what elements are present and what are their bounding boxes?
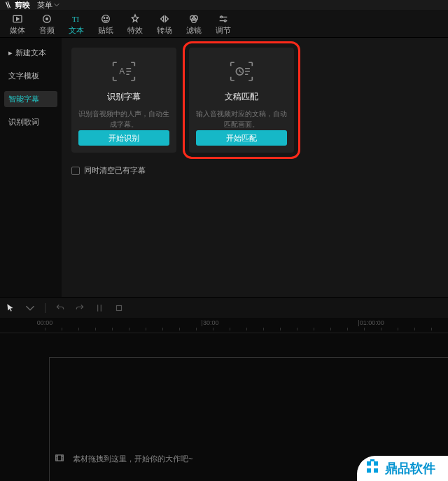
card-desc: 识别音视频中的人声，自动生成字幕。 <box>78 109 169 130</box>
watermark-icon <box>364 459 381 479</box>
sticker-icon <box>100 13 111 25</box>
split-button[interactable] <box>94 303 104 313</box>
match-script-icon <box>230 59 253 84</box>
checkbox-icon <box>71 167 80 175</box>
start-recognize-button[interactable]: 开始识别 <box>78 130 169 146</box>
svg-text:TI: TI <box>72 15 80 23</box>
menu-dropdown[interactable]: 菜单 <box>37 0 59 11</box>
tab-audio[interactable]: 音频 <box>32 11 62 36</box>
effects-icon <box>130 13 141 25</box>
filter-icon <box>188 13 200 25</box>
sidebar: ▸ 新建文本 文字模板 智能字幕 识别歌词 <box>0 38 62 297</box>
svg-rect-16 <box>367 461 371 466</box>
ruler-tick: |30:00 <box>202 319 219 326</box>
tab-filter[interactable]: 滤镜 <box>179 11 209 36</box>
undo-button[interactable] <box>55 303 65 313</box>
cards-row: A 识别字幕 识别音视频中的人声，自动生成字幕。 开始识别 文稿匹配 <box>71 48 438 153</box>
app-logo: 剪映 <box>4 0 30 11</box>
tab-adjust[interactable]: 调节 <box>209 11 238 36</box>
svg-point-5 <box>104 18 104 18</box>
placeholder-text: 素材拖拽到这里，开始你的大作吧~ <box>73 454 192 464</box>
menu-label: 菜单 <box>37 0 52 11</box>
watermark-text: 鼎品软件 <box>385 460 435 477</box>
svg-rect-15 <box>56 455 64 461</box>
pointer-dropdown[interactable] <box>25 303 35 313</box>
card-title: 识别字幕 <box>107 91 141 103</box>
sidebar-label: 文字模板 <box>8 71 39 81</box>
film-icon <box>55 453 64 464</box>
clear-subtitles-checkbox[interactable]: 同时清空已有字幕 <box>71 165 438 176</box>
app-name: 剪映 <box>15 0 30 11</box>
svg-rect-18 <box>367 468 371 473</box>
svg-rect-14 <box>117 305 122 310</box>
svg-point-10 <box>220 16 223 18</box>
tab-media[interactable]: 媒体 <box>3 11 32 36</box>
svg-point-11 <box>224 20 226 22</box>
caret-right-icon: ▸ <box>8 48 13 57</box>
delete-button[interactable] <box>114 303 124 313</box>
main-toolbar: 媒体 音频 TI 文本 贴纸 特效 转场 滤镜 调节 <box>0 10 448 38</box>
svg-rect-19 <box>374 468 378 473</box>
start-match-button[interactable]: 开始匹配 <box>196 130 287 146</box>
tab-label: 调节 <box>209 25 238 36</box>
chevron-down-icon <box>54 2 59 8</box>
watermark: 鼎品软件 <box>357 456 448 481</box>
tab-label: 滤镜 <box>179 25 209 36</box>
media-icon <box>12 13 23 25</box>
card-match: 文稿匹配 输入音视频对应的文稿，自动匹配画面。 开始匹配 <box>189 48 294 153</box>
content-area: A 识别字幕 识别音视频中的人声，自动生成字幕。 开始识别 文稿匹配 <box>62 38 448 297</box>
svg-text:A: A <box>119 67 125 76</box>
tab-label: 贴纸 <box>91 25 120 36</box>
main-panel: ▸ 新建文本 文字模板 智能字幕 识别歌词 A 识别字幕 <box>0 38 448 297</box>
tab-label: 文本 <box>62 25 91 36</box>
separator <box>45 303 46 313</box>
transition-icon <box>159 13 170 25</box>
sidebar-item-text-template[interactable]: 文字模板 <box>4 68 57 84</box>
audio-icon <box>41 13 52 25</box>
sidebar-item-lyrics[interactable]: 识别歌词 <box>4 114 57 130</box>
svg-rect-20 <box>370 459 374 461</box>
card-recognize: A 识别字幕 识别音视频中的人声，自动生成字幕。 开始识别 <box>71 48 176 153</box>
tab-effects[interactable]: 特效 <box>120 11 150 36</box>
empty-track-placeholder: 素材拖拽到这里，开始你的大作吧~ <box>55 453 192 464</box>
tab-label: 媒体 <box>3 25 32 36</box>
tab-text[interactable]: TI 文本 <box>62 11 91 36</box>
svg-point-6 <box>106 18 107 18</box>
svg-point-4 <box>102 15 110 23</box>
timeline-ruler[interactable]: 00:00 |30:00 |01:00:00 <box>0 319 448 333</box>
ruler-tick: 00:00 <box>37 319 53 326</box>
tab-label: 特效 <box>120 25 150 36</box>
sidebar-item-new-text[interactable]: ▸ 新建文本 <box>4 45 57 61</box>
svg-point-2 <box>46 18 48 20</box>
text-icon: TI <box>71 13 82 25</box>
timeline-panel: 00:00 |30:00 |01:00:00 素材拖拽到这里，开始你的大作吧~ … <box>0 318 448 481</box>
sidebar-label: 智能字幕 <box>8 94 39 104</box>
card-desc: 输入音视频对应的文稿，自动匹配画面。 <box>196 109 287 130</box>
sidebar-label: 新建文本 <box>15 48 46 58</box>
tab-label: 音频 <box>32 25 62 36</box>
tab-transition[interactable]: 转场 <box>150 11 179 36</box>
ruler-tick: |01:00:00 <box>358 319 384 326</box>
tab-sticker[interactable]: 贴纸 <box>91 11 120 36</box>
card-title: 文稿匹配 <box>225 91 258 103</box>
scissors-icon <box>4 1 13 9</box>
titlebar: 剪映 菜单 <box>0 0 448 10</box>
sidebar-label: 识别歌词 <box>8 117 39 127</box>
adjust-icon <box>218 13 229 25</box>
redo-button[interactable] <box>75 303 85 313</box>
sidebar-item-smart-subtitle[interactable]: 智能字幕 <box>4 91 57 107</box>
recognize-subtitle-icon: A <box>112 59 136 84</box>
checkbox-label: 同时清空已有字幕 <box>84 165 146 176</box>
timeline-toolbar <box>0 297 448 318</box>
pointer-tool[interactable] <box>6 303 15 313</box>
tab-label: 转场 <box>150 25 179 36</box>
svg-rect-17 <box>374 461 378 466</box>
